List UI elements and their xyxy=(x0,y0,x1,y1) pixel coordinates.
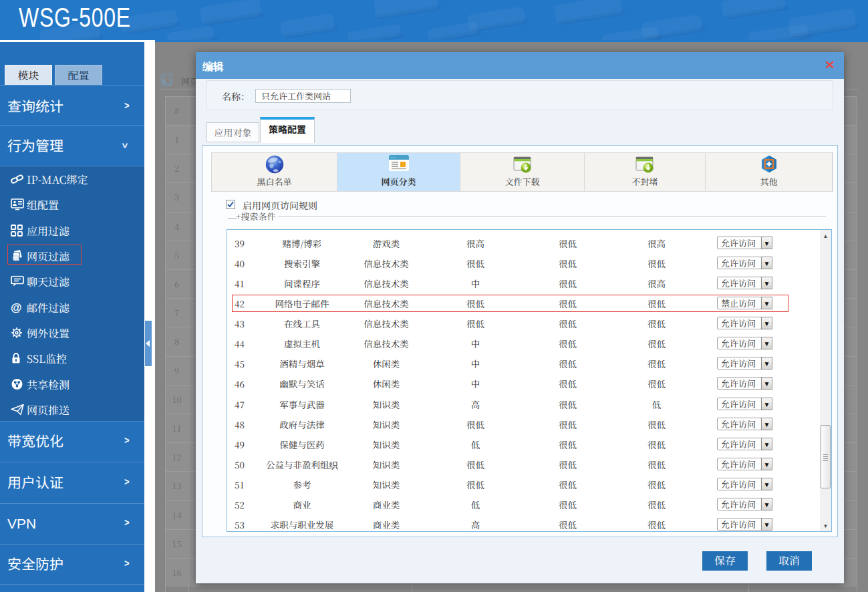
svg-text:@: @ xyxy=(11,301,22,313)
